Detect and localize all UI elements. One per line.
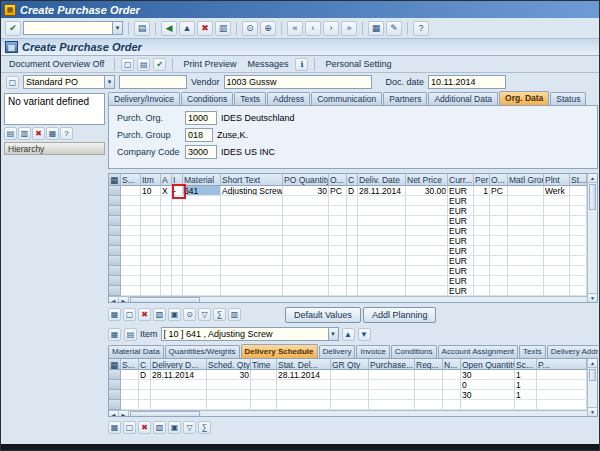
purch-group-field[interactable]: 018	[185, 128, 213, 142]
first-page-icon[interactable]: «	[287, 21, 303, 36]
schedule-row[interactable]: 0 1	[109, 380, 587, 390]
sum-lines-icon[interactable]: ∑	[198, 421, 211, 434]
scroll-down-icon[interactable]: ▼	[588, 293, 597, 302]
purch-org-field[interactable]: 1000	[185, 111, 217, 125]
tab-invoice[interactable]: Invoice	[356, 345, 389, 358]
tab-address[interactable]: Address	[267, 92, 310, 105]
save-icon[interactable]: ▤	[134, 21, 150, 36]
opu-cell[interactable]: PC	[490, 186, 508, 196]
scroll-down-icon[interactable]: ▼	[588, 407, 597, 416]
doc-date-field[interactable]: 10.11.2014	[428, 75, 506, 89]
tab-communication[interactable]: Communication	[311, 92, 382, 105]
tab-item-conditions[interactable]: Conditions	[391, 345, 437, 358]
layout-icon[interactable]: ▥	[18, 127, 31, 140]
currency-cell[interactable]: EUR	[448, 196, 474, 206]
scroll-left-icon[interactable]: ◀	[109, 411, 119, 416]
scroll-right-icon[interactable]: ▶	[119, 297, 129, 302]
delete-line-icon[interactable]: ✖	[138, 421, 151, 434]
schedule-grid-vscrollbar[interactable]: ▲ ▼	[587, 359, 597, 416]
item-grid-empty-row[interactable]: EUR	[109, 206, 587, 216]
filter-icon[interactable]: ▽	[198, 308, 211, 321]
tab-status[interactable]: Status	[550, 92, 586, 105]
matl-group-cell[interactable]	[508, 186, 544, 196]
item-grid-empty-row[interactable]: EUR	[109, 196, 587, 206]
schedule-row[interactable]: D 28.11.2014 30 28.11.2014 30 1	[109, 370, 587, 380]
tab-material-data[interactable]: Material Data	[108, 345, 164, 358]
command-field[interactable]: ▼	[23, 21, 123, 35]
save-variant-icon[interactable]: ▤	[4, 127, 17, 140]
default-values-button[interactable]: Default Values	[285, 307, 361, 323]
item-grid-empty-row[interactable]: EUR	[109, 226, 587, 236]
tab-item-texts[interactable]: Texts	[519, 345, 546, 358]
tab-partners[interactable]: Partners	[383, 92, 427, 105]
cancel-icon[interactable]: ✖	[197, 21, 213, 36]
transaction-icon[interactable]: ▦	[5, 41, 18, 53]
previous-page-icon[interactable]: ‹	[305, 21, 321, 36]
short-text-cell[interactable]: Adjusting Screw	[221, 186, 283, 196]
vscroll-thumb[interactable]	[589, 369, 596, 381]
sum-icon[interactable]: ∑	[213, 308, 226, 321]
currency-cell[interactable]: EUR	[448, 286, 474, 296]
deliv-date-cell[interactable]: 28.11.2014	[358, 186, 406, 196]
table-settings-icon[interactable]: ▦	[108, 308, 121, 321]
item-row[interactable]: 10 X - 641 Adjusting Screw 30 PC D 28.11…	[109, 186, 587, 196]
acct-assignment-cell[interactable]: X	[161, 186, 172, 196]
plant-cell[interactable]: Werk	[544, 186, 570, 196]
search-icon[interactable]: ⊙	[183, 308, 196, 321]
insert-line-icon[interactable]: ▢	[123, 421, 136, 434]
check-icon[interactable]: ✔	[153, 58, 166, 71]
next-page-icon[interactable]: ›	[323, 21, 339, 36]
net-price-cell[interactable]: 30.00	[406, 186, 448, 196]
block-select-icon[interactable]: ▣	[168, 308, 181, 321]
calendar-icon[interactable]: ▣	[168, 421, 181, 434]
print-preview-button[interactable]: Print Preview	[179, 57, 240, 71]
insert-row-icon[interactable]: ▢	[123, 308, 136, 321]
currency-cell[interactable]: EUR	[448, 266, 474, 276]
personal-setting-button[interactable]: Personal Setting	[321, 57, 395, 71]
previous-item-icon[interactable]: ▲	[342, 328, 355, 341]
print-icon[interactable]: ▥	[215, 21, 231, 36]
item-select-dropdown-icon[interactable]: ▼	[328, 328, 338, 340]
tab-delivery-schedule[interactable]: Delivery Schedule	[241, 344, 318, 358]
item-grid-empty-row[interactable]: EUR	[109, 266, 587, 276]
item-select[interactable]: [ 10 ] 641 , Adjusting Screw ▼	[161, 327, 339, 341]
schedule-empty-row[interactable]	[109, 400, 587, 410]
currency-cell[interactable]: EUR	[448, 226, 474, 236]
scroll-up-icon[interactable]: ▲	[588, 359, 597, 368]
info-icon[interactable]: ℹ	[295, 58, 308, 71]
tab-org-data[interactable]: Org. Data	[499, 91, 549, 105]
create-shortcut-icon[interactable]: ✎	[386, 21, 402, 36]
messages-button[interactable]: Messages	[243, 57, 292, 71]
layout-select-icon[interactable]: ▥	[228, 308, 241, 321]
tab-account-assignment[interactable]: Account Assignment	[438, 345, 518, 358]
hscroll-thumb[interactable]	[130, 411, 200, 416]
copy-row-icon[interactable]: ▧	[153, 308, 166, 321]
row-selector[interactable]	[109, 380, 121, 390]
vendor-field[interactable]: 1003 Gussw	[224, 75, 372, 89]
row-selector[interactable]	[109, 370, 121, 380]
row-selector[interactable]	[109, 186, 121, 196]
exit-icon[interactable]: ▲	[179, 21, 195, 36]
schedule-row[interactable]: 30 1	[109, 390, 587, 400]
new-session-icon[interactable]: ▦	[368, 21, 384, 36]
item-grid-empty-row[interactable]: EUR	[109, 246, 587, 256]
last-page-icon[interactable]: »	[341, 21, 357, 36]
tab-delivery-address[interactable]: Delivery Address	[547, 345, 598, 358]
schedule-settings-icon[interactable]: ▦	[108, 421, 121, 434]
command-dropdown-icon[interactable]: ▼	[112, 22, 122, 34]
filter-lines-icon[interactable]: ▽	[183, 421, 196, 434]
itm-cell[interactable]: 10	[141, 186, 161, 196]
item-grid-empty-row[interactable]: EUR	[109, 216, 587, 226]
vscroll-thumb[interactable]	[589, 184, 596, 210]
per-cell[interactable]: 1	[474, 186, 490, 196]
item-category-cell[interactable]: -	[172, 186, 183, 196]
item-grid-vscrollbar[interactable]: ▲ ▼	[587, 174, 597, 302]
currency-cell[interactable]: EUR	[448, 256, 474, 266]
po-number-field[interactable]	[119, 75, 187, 89]
scroll-up-icon[interactable]: ▲	[588, 174, 597, 183]
hold-icon[interactable]: ▤	[137, 58, 150, 71]
item-overview-icon[interactable]: ▦	[108, 328, 121, 341]
material-cell[interactable]: 641	[183, 186, 221, 196]
order-type-select[interactable]: Standard PO ▼	[23, 75, 115, 89]
item-grid-hscrollbar[interactable]: ◀ ▶	[109, 296, 587, 302]
